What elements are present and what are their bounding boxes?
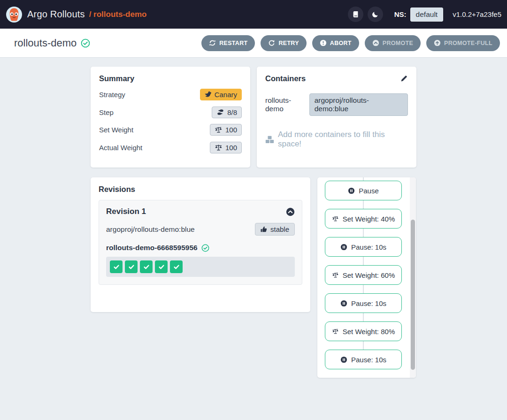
promote-full-button[interactable]: PROMOTE-FULL <box>426 35 500 51</box>
brand-home-link[interactable]: Argo Rollouts <box>6 6 85 23</box>
summary-row-set-weight: Set Weight 100 <box>99 121 242 139</box>
stable-badge: stable <box>255 223 295 236</box>
rollout-header: rollouts-demo <box>0 29 507 58</box>
arrow-circle-up-icon <box>434 39 441 46</box>
revision-name: Revision 1 <box>106 207 146 216</box>
breadcrumb: / rollouts-demo <box>89 10 147 19</box>
restart-button[interactable]: RESTART <box>201 35 255 51</box>
revisions-card: Revisions Revision 1 argoproj/rollouts-d… <box>91 177 310 312</box>
pods-strip <box>106 257 295 277</box>
exclamation-circle-icon <box>320 39 327 46</box>
containers-title: Containers <box>265 74 408 83</box>
step-label: Pause <box>359 187 379 195</box>
summary-card: Summary Strategy Canary Step <box>91 67 250 168</box>
weight-icon <box>332 328 339 335</box>
book-icon <box>352 11 359 18</box>
step-label: Set Weight: 60% <box>343 271 395 279</box>
row-label: Actual Weight <box>99 144 142 152</box>
add-containers-hint: Add more containers to fill this space! <box>265 130 408 149</box>
version-text: v1.0.2+7a23fe5 <box>453 10 501 18</box>
set-weight-value: 100 <box>225 126 237 134</box>
docs-button[interactable] <box>348 7 363 22</box>
pod-status-square <box>140 260 153 273</box>
pause-icon <box>340 244 347 251</box>
namespace-label: NS: <box>394 10 407 18</box>
button-label: ABORT <box>330 40 352 46</box>
chevron-circle-up-icon <box>286 207 295 216</box>
actual-weight-badge: 100 <box>210 142 242 153</box>
sync-icon <box>209 39 216 46</box>
summary-row-step: Step 8/8 <box>99 104 242 122</box>
rollout-actions: RESTART RETRY <box>201 35 500 51</box>
step-label: Set Weight: 80% <box>343 328 395 336</box>
page-title: rollouts-demo <box>14 37 90 49</box>
balance-scale-icon <box>215 144 223 151</box>
abort-button[interactable]: ABORT <box>312 35 359 51</box>
namespace-input[interactable]: default <box>410 8 444 22</box>
strategy-badge: Canary <box>200 89 242 100</box>
step-set-weight: Set Weight: 80% <box>325 321 402 341</box>
step-label: Pause: 10s <box>351 243 386 251</box>
button-label: RESTART <box>219 40 247 46</box>
container-row: rollouts-demo argoproj/rollouts-demo:blu… <box>265 93 408 116</box>
steps-card: Pause Set Weight: 40% Pause: 10s Set Wei… <box>317 177 416 378</box>
button-label: RETRY <box>278 40 299 46</box>
step-label: Pause: 10s <box>351 356 386 364</box>
argo-rollouts-app: Argo Rollouts / rollouts-demo NS <box>0 0 507 420</box>
argo-mascot-logo-icon <box>6 6 23 23</box>
promote-button[interactable]: PROMOTE <box>365 35 421 51</box>
rollout-name: rollouts-demo <box>14 37 77 49</box>
pause-icon <box>340 356 347 363</box>
actual-weight-value: 100 <box>225 144 237 152</box>
pod-status-square <box>125 260 138 273</box>
balance-scale-right-icon <box>215 126 223 133</box>
pod-status-square <box>155 260 168 273</box>
step-pause: Pause: 10s <box>325 293 402 313</box>
edit-pencil-icon[interactable] <box>400 75 408 82</box>
set-weight-badge: 100 <box>210 124 242 136</box>
canary-bird-icon <box>205 91 212 98</box>
step-pause: Pause: 10s <box>325 350 402 369</box>
row-label: Step <box>99 108 114 116</box>
topbar-right: NS: default v1.0.2+7a23fe5 <box>344 7 502 22</box>
step-value: 8/8 <box>227 108 237 116</box>
hint-text: Add more containers to fill this space! <box>278 130 408 149</box>
row-label: Strategy <box>99 91 125 99</box>
step-pause: Pause <box>325 181 402 200</box>
step-set-weight: Set Weight: 60% <box>325 265 402 285</box>
summary-title: Summary <box>99 74 242 83</box>
step-label: Set Weight: 40% <box>343 215 395 223</box>
step-label: Pause: 10s <box>351 299 386 307</box>
cubes-icon <box>265 136 274 144</box>
button-label: PROMOTE <box>383 40 413 46</box>
healthy-check-circle-icon <box>81 38 90 48</box>
strategy-value: Canary <box>215 91 237 99</box>
brand-name: Argo Rollouts <box>27 9 85 20</box>
pause-icon <box>348 187 355 194</box>
replicaset-name: rollouts-demo-6668595956 <box>106 244 198 252</box>
chevron-circle-up-icon <box>372 39 379 46</box>
pod-status-square <box>110 260 123 273</box>
containers-card: Containers rollouts-demo argoproj/rollou… <box>257 67 416 168</box>
summary-row-actual-weight: Actual Weight 100 <box>99 139 242 157</box>
moon-icon <box>372 11 379 18</box>
summary-row-strategy: Strategy Canary <box>99 86 242 104</box>
weight-icon <box>332 215 339 222</box>
button-label: PROMOTE-FULL <box>444 40 492 46</box>
container-image-input[interactable]: argoproj/rollouts-demo:blue <box>309 93 408 116</box>
revision-image: argoproj/rollouts-demo:blue <box>106 225 195 234</box>
topbar: Argo Rollouts / rollouts-demo NS <box>0 0 507 29</box>
step-badge: 8/8 <box>212 107 242 118</box>
collapse-revision-button[interactable] <box>286 207 295 216</box>
pod-status-square <box>170 260 183 273</box>
thumbs-up-icon <box>261 226 267 233</box>
healthy-check-circle-icon <box>201 244 209 252</box>
steps-scrollbar-thumb[interactable] <box>411 220 415 370</box>
retry-button[interactable]: RETRY <box>261 35 306 51</box>
pause-icon <box>340 300 347 307</box>
revisions-title: Revisions <box>99 185 302 194</box>
theme-toggle-button[interactable] <box>368 7 383 22</box>
steps-scrollbar-track[interactable] <box>410 177 416 378</box>
steps-list: Pause Set Weight: 40% Pause: 10s Set Wei… <box>317 177 410 378</box>
step-pause: Pause: 10s <box>325 237 402 257</box>
